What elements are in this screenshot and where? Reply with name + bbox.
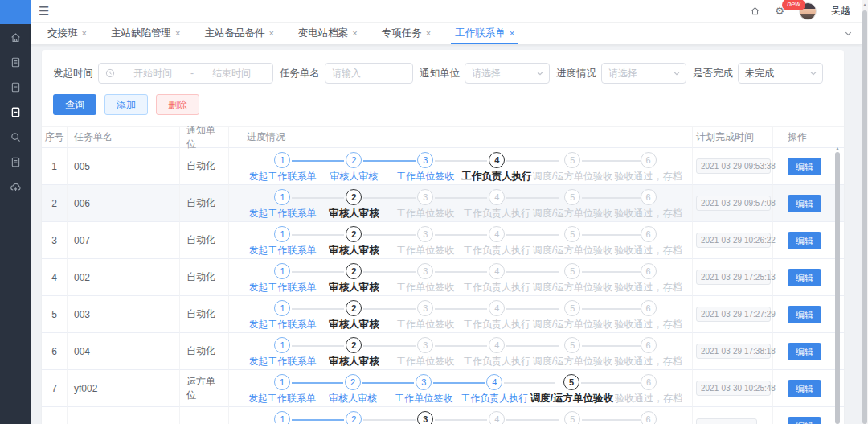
step-number: 4 (489, 337, 505, 353)
progress-step-6: 6验收通过，存档 (612, 263, 684, 294)
progress-step-5: 5调度/运方单位验收 (533, 152, 612, 183)
step-label: 发起工作联系单 (247, 170, 318, 183)
tab-close-icon[interactable]: × (268, 29, 273, 38)
edit-button[interactable]: 编辑 (788, 343, 821, 360)
tab-close-icon[interactable]: × (510, 29, 514, 38)
progress-steps-cell: 1发起工作联系单2审核人审核3工作单位签收4工作负责人执行5调度/运方单位验收6… (229, 148, 693, 185)
task-name-cell (68, 407, 180, 424)
step-label: 验收通过，存档 (612, 318, 684, 331)
progress-step-4: 4工作负责人执行 (459, 374, 530, 405)
settings-gear[interactable]: ⚙ new (775, 6, 784, 16)
plan-time-cell: 2021-03-29 17:25:13 (693, 259, 773, 296)
tab-5[interactable]: 专项任务× (370, 23, 443, 44)
step-number: 6 (641, 152, 657, 168)
plan-time-value: 2021-03-29 10:26:22 (696, 233, 771, 248)
scrollbar-up-arrow[interactable]: ▲ (862, 0, 868, 10)
step-label: 审核人审核 (318, 355, 390, 368)
table-scroll-arrow[interactable]: ▲ (835, 146, 840, 150)
tab-overflow-chevron[interactable] (834, 23, 862, 44)
table-row[interactable]: 3007自动化1发起工作联系单2审核人审核3工作单位签收4工作负责人执行5调度/… (42, 222, 844, 259)
table-row[interactable]: 4002自动化1发起工作联系单2审核人审核3工作单位签收4工作负责人执行5调度/… (42, 259, 844, 296)
step-label: 发起工作联系单 (247, 207, 318, 220)
table-row[interactable]: 7yf002运方单位1发起工作联系单2审核人审核3工作单位签收4工作负责人执行5… (42, 370, 844, 407)
file-icon-active[interactable] (9, 105, 22, 118)
tab-3[interactable]: 主站备品备件× (192, 23, 285, 44)
window-scrollbar[interactable]: ▲ (862, 0, 868, 424)
completed-select[interactable]: 未完成 (738, 63, 823, 84)
notify-unit-cell: 自动化 (180, 259, 229, 296)
main-area: ☰ ⚙ new 吴越 交接班×主站缺陷管理×主站备品备件×变电站档案×专项任务×… (31, 0, 862, 424)
task-name-input[interactable] (325, 63, 413, 84)
window-scrollbar-thumb[interactable] (862, 10, 867, 424)
menu-icon[interactable]: ☰ (39, 5, 49, 17)
add-button[interactable]: 添加 (104, 94, 148, 115)
progress-step-4: 4工作负责人执行 (461, 226, 533, 257)
notify-unit-cell: 自动化 (180, 185, 229, 222)
step-number: 1 (274, 374, 290, 390)
table-scrollbar-thumb[interactable] (835, 152, 840, 424)
edit-button[interactable]: 编辑 (788, 417, 821, 424)
document-icon[interactable] (9, 80, 22, 93)
date-range-input[interactable]: 开始时间 - 结束时间 (98, 63, 273, 84)
progress-step-1: 1发起工作联系单 (247, 226, 318, 257)
step-number: 2 (346, 152, 362, 168)
step-number: 5 (564, 226, 580, 242)
action-buttons: 查询 添加 删除 (42, 84, 844, 115)
step-number: 6 (641, 189, 657, 205)
tab-label: 主站缺陷管理 (111, 27, 171, 40)
tab-6[interactable]: 工作联系单× (443, 23, 526, 44)
table-row[interactable]: 6004自动化1发起工作联系单2审核人审核3工作单位签收4工作负责人执行5调度/… (42, 333, 844, 370)
edit-button[interactable]: 编辑 (788, 232, 821, 249)
step-number: 5 (564, 263, 580, 279)
task-name-cell: 003 (68, 296, 180, 333)
delete-button[interactable]: 删除 (156, 94, 199, 115)
progress-select[interactable]: 请选择 (601, 63, 686, 84)
edit-button[interactable]: 编辑 (788, 158, 821, 175)
progress-steps-cell: 1发起工作联系单2审核人审核3工作单位签收4工作负责人执行5调度/运方单位验收6… (229, 222, 693, 259)
progress-step-6: 6验收通过，存档 (612, 189, 684, 220)
task-name-cell: 005 (68, 148, 180, 185)
progress-step-4: 4工作负责人执行 (461, 337, 533, 368)
edit-button[interactable]: 编辑 (788, 269, 821, 286)
edit-button[interactable]: 编辑 (788, 195, 821, 212)
step-number: 3 (416, 374, 432, 390)
progress-step-2: 2审核人审核 (318, 337, 390, 368)
date-separator: - (190, 68, 194, 79)
home-icon-header[interactable] (750, 6, 760, 16)
edit-button[interactable]: 编辑 (788, 306, 821, 323)
table-row[interactable]: 2006自动化1发起工作联系单2审核人审核3工作单位签收4工作负责人执行5调度/… (42, 185, 844, 222)
step-number: 4 (489, 263, 505, 279)
search-icon[interactable] (9, 130, 22, 143)
new-badge: new (782, 0, 805, 10)
tab-close-icon[interactable]: × (82, 29, 87, 38)
progress-step-3: 3工作单位签收 (390, 152, 461, 183)
step-label: 工作负责人执行 (461, 281, 533, 294)
tab-bar: 交接班×主站缺陷管理×主站备品备件×变电站档案×专项任务×工作联系单× (31, 23, 862, 45)
tab-close-icon[interactable]: × (352, 29, 357, 38)
edit-button[interactable]: 编辑 (788, 380, 821, 397)
table-row[interactable]: 1005自动化1发起工作联系单2审核人审核3工作单位签收4工作负责人执行5调度/… (42, 148, 844, 185)
tab-close-icon[interactable]: × (175, 29, 180, 38)
row-index-cell (42, 407, 68, 424)
home-icon[interactable] (9, 31, 22, 43)
report-icon[interactable] (9, 56, 22, 68)
chevron-down-icon (809, 69, 817, 77)
step-number: 3 (417, 226, 433, 242)
tab-close-icon[interactable]: × (426, 29, 431, 38)
cloud-upload-icon[interactable] (9, 180, 22, 193)
tab-2[interactable]: 主站缺陷管理× (99, 23, 192, 44)
notify-unit-select[interactable]: 请选择 (465, 63, 550, 84)
user-name[interactable]: 吴越 (831, 4, 850, 18)
step-label: 验收通过，存档 (613, 392, 684, 405)
step-number: 2 (346, 263, 362, 279)
tab-4[interactable]: 变电站档案× (286, 23, 370, 44)
table-row[interactable]: 1发起工作联系单2审核人审核3工作单位签收4工作负责人执行5调度/运方单位验收6… (42, 407, 844, 424)
progress-steps-cell: 1发起工作联系单2审核人审核3工作单位签收4工作负责人执行5调度/运方单位验收6… (229, 333, 693, 370)
progress-step-2: 2审核人审核 (318, 263, 390, 294)
search-button[interactable]: 查询 (53, 94, 96, 115)
notes-icon[interactable] (9, 155, 22, 168)
step-number: 3 (417, 300, 433, 316)
step-number: 3 (417, 263, 433, 279)
table-row[interactable]: 5003自动化1发起工作联系单2审核人审核3工作单位签收4工作负责人执行5调度/… (42, 296, 844, 333)
tab-1[interactable]: 交接班× (35, 23, 99, 44)
